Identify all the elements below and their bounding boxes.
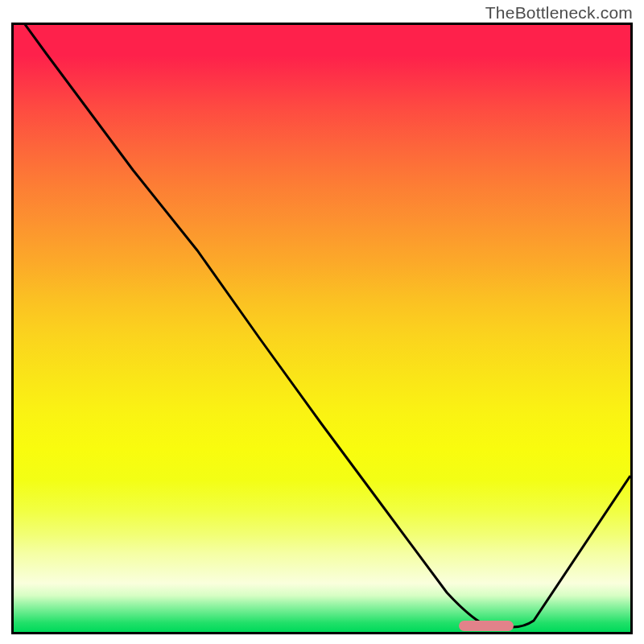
bottleneck-curve-path xyxy=(14,25,630,627)
chart-curve-svg xyxy=(14,25,630,632)
bottleneck-chart xyxy=(11,23,633,634)
optimal-range-marker xyxy=(459,621,514,631)
watermark-text: TheBottleneck.com xyxy=(485,3,633,23)
